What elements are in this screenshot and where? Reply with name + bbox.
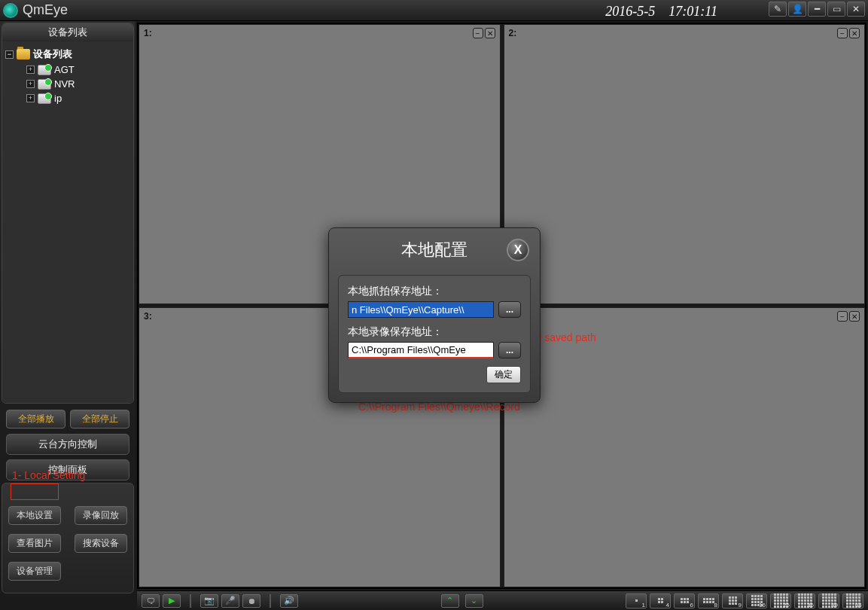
record-path-label: 本地录像保存地址：: [348, 325, 521, 339]
capture-path-label: 本地抓拍保存地址：: [348, 285, 521, 298]
local-config-dialog: 本地配置 X 本地抓拍保存地址： ... 本地录像保存地址： ... 确定: [328, 227, 541, 403]
dialog-title: 本地配置 X: [329, 228, 540, 270]
dialog-title-text: 本地配置: [401, 240, 468, 259]
dialog-ok-button[interactable]: 确定: [486, 366, 521, 383]
dialog-overlay: 本地配置 X 本地抓拍保存地址： ... 本地录像保存地址： ... 确定: [0, 0, 868, 610]
record-path-input[interactable]: [348, 342, 494, 358]
capture-path-input[interactable]: [348, 301, 494, 318]
dialog-body: 本地抓拍保存地址： ... 本地录像保存地址： ... 确定: [338, 275, 531, 393]
capture-browse-button[interactable]: ...: [498, 301, 521, 318]
record-browse-button[interactable]: ...: [498, 342, 521, 358]
dialog-close-button[interactable]: X: [507, 239, 529, 261]
